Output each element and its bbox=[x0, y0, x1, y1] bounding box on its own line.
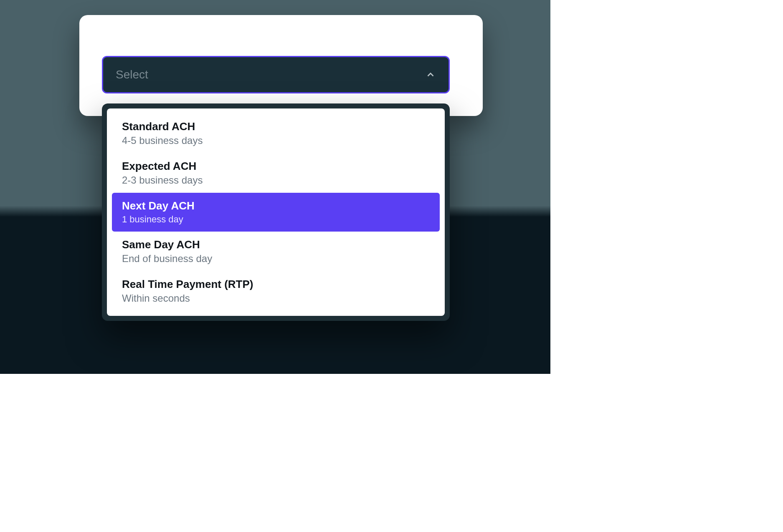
select-placeholder: Select bbox=[116, 68, 148, 81]
select-trigger[interactable]: Select bbox=[102, 56, 450, 93]
chevron-up-icon bbox=[425, 69, 436, 80]
option-title: Next Day ACH bbox=[122, 199, 430, 212]
option-item[interactable]: Standard ACH4-5 business days bbox=[112, 113, 440, 153]
form-card: Transfer Method Select bbox=[79, 15, 483, 116]
option-title: Same Day ACH bbox=[122, 238, 430, 251]
option-subtitle: 4-5 business days bbox=[122, 135, 430, 146]
option-item[interactable]: Next Day ACH1 business day bbox=[112, 193, 440, 232]
option-item[interactable]: Expected ACH2-3 business days bbox=[112, 153, 440, 193]
dropdown-panel: Standard ACH4-5 business daysExpected AC… bbox=[102, 103, 450, 321]
option-subtitle: End of business day bbox=[122, 253, 430, 265]
option-title: Expected ACH bbox=[122, 160, 430, 173]
option-item[interactable]: Same Day ACHEnd of business day bbox=[112, 232, 440, 271]
option-subtitle: 1 business day bbox=[122, 214, 430, 225]
option-subtitle: 2-3 business days bbox=[122, 174, 430, 186]
option-subtitle: Within seconds bbox=[122, 292, 430, 304]
field-label: Transfer Method bbox=[102, 36, 460, 48]
dropdown-listbox: Standard ACH4-5 business daysExpected AC… bbox=[107, 108, 445, 316]
option-title: Real Time Payment (RTP) bbox=[122, 278, 430, 291]
option-title: Standard ACH bbox=[122, 120, 430, 133]
option-item[interactable]: Real Time Payment (RTP)Within seconds bbox=[112, 271, 440, 311]
